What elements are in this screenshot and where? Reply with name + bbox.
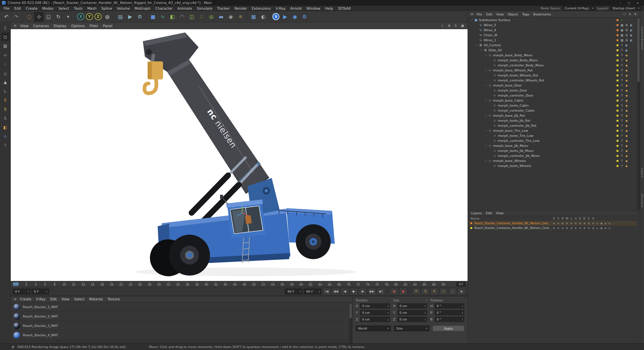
frame-tick[interactable]: 36 <box>185 282 190 287</box>
key-tag-icon[interactable]: ◆ <box>625 159 629 163</box>
coordinate-input[interactable]: 0 cm▴▾ <box>360 317 390 322</box>
menu-select[interactable]: Select <box>56 6 71 10</box>
tree-item[interactable]: ▿⊹morph_base_Wheels∶?◆ <box>468 158 637 163</box>
layer-toggle-a[interactable] <box>574 226 578 230</box>
visibility-dots[interactable]: ∶ <box>614 134 615 137</box>
generators-icon[interactable]: ⊞ <box>603 227 607 230</box>
tree-item[interactable]: ⊹morph_texto_Wheels_Rot∶?◆ <box>468 73 637 78</box>
visibility-dots[interactable]: ∶ <box>614 18 615 22</box>
question-tag-icon[interactable]: ? <box>620 79 624 82</box>
cube-primitive-icon[interactable]: ■ <box>148 12 158 21</box>
visibility-dots[interactable]: ∶ <box>614 89 615 92</box>
material-thumbnail[interactable] <box>13 304 20 310</box>
spinner-icon[interactable]: ▴▾ <box>387 305 388 307</box>
frame-tick[interactable]: 40 <box>204 282 209 287</box>
question-tag-icon[interactable]: ? <box>620 144 624 148</box>
layer-color-chip[interactable] <box>470 222 473 225</box>
go-to-end-button[interactable]: ▶| <box>377 288 385 295</box>
layer-row[interactable]: Reach_Stacker_Container_Handler_NC_Niels… <box>468 221 637 226</box>
expand-caret-icon[interactable]: ▿ <box>479 49 483 52</box>
question-tag-icon[interactable]: ? <box>620 129 624 132</box>
y-axis-lock-button[interactable]: Y <box>86 13 93 20</box>
magnet-snap-icon[interactable]: ∩ <box>1 132 9 140</box>
frame-tick[interactable]: 86 <box>422 282 427 287</box>
workplane-mode-icon[interactable]: ▱ <box>1 51 9 59</box>
menu-structure[interactable]: Structure <box>641 194 644 207</box>
autokeying-icon[interactable]: ● <box>399 288 407 295</box>
frame-tick[interactable]: 6 <box>43 282 48 287</box>
visibility-dots[interactable]: ∶ <box>614 74 615 77</box>
rotate-tool-icon[interactable]: ↻ <box>54 12 63 21</box>
maximize-button[interactable]: ▢ <box>625 1 633 5</box>
vray-logo-icon[interactable]: S <box>272 13 279 20</box>
key-tag-icon[interactable]: ◆ <box>625 124 629 127</box>
layer-color-chip[interactable] <box>616 19 619 21</box>
frame-tick[interactable]: 26 <box>137 282 143 287</box>
frame-tick[interactable]: 62 <box>308 282 313 287</box>
layer-color-chip[interactable] <box>616 79 619 82</box>
question-tag-icon[interactable]: ? <box>620 99 624 102</box>
layer-toggle-a[interactable] <box>574 221 578 226</box>
key-tag-icon[interactable]: ◆ <box>625 149 629 153</box>
layer-color-chip[interactable] <box>616 29 619 32</box>
visibility-dots[interactable]: ∶ <box>614 114 615 117</box>
question-tag-icon[interactable]: ? <box>620 94 624 97</box>
frame-tick[interactable]: 68 <box>336 282 342 287</box>
current-frame-knob[interactable] <box>13 282 19 286</box>
current-frame-field[interactable]: 0 F▴▾ <box>13 289 30 294</box>
expressions-icon[interactable]: ⊟ <box>607 222 611 225</box>
frame-tick[interactable]: 72 <box>356 282 361 287</box>
xpresso-tag-icon[interactable]: ⊞ <box>625 34 629 37</box>
render-view-icon[interactable]: ▤ <box>116 12 125 21</box>
expressions-icon[interactable]: ⊟ <box>607 227 611 230</box>
layer-color-chip[interactable] <box>616 74 619 77</box>
question-tag-icon[interactable]: ? <box>620 119 624 122</box>
frame-tick[interactable]: 8 <box>52 282 57 287</box>
tree-item[interactable]: ⊹morph_texto_Jib_Moov∶?◆ <box>468 148 637 153</box>
help-icon[interactable]: ? <box>1 141 9 150</box>
key-tag-icon[interactable]: ◆ <box>625 114 629 117</box>
frame-tick[interactable]: 48 <box>241 282 247 287</box>
menu-mesh[interactable]: Mesh <box>85 6 99 10</box>
tree-item[interactable]: ▿⊹morph_base_Jib_Rot∶?◆ <box>468 113 637 118</box>
material-scrollbar[interactable] <box>349 302 352 343</box>
check-tag-icon[interactable]: ✓ <box>620 18 624 22</box>
keyframe-icon[interactable]: ◆ <box>599 227 603 230</box>
subdivision-surface-generator-icon[interactable]: ◧ <box>168 12 177 21</box>
spinner-icon[interactable]: ▴▾ <box>300 290 301 293</box>
coordinate-input[interactable]: 0 cm▴▾ <box>360 303 390 308</box>
vray-ipr-icon[interactable]: ◉ <box>290 12 300 21</box>
question-tag-icon[interactable]: ? <box>620 164 624 168</box>
visibility-dots[interactable]: ∶ <box>614 23 615 27</box>
pan-view-icon[interactable]: ⊹ <box>439 23 446 29</box>
layer-color-chip[interactable] <box>616 39 619 42</box>
visibility-dots[interactable]: ∶ <box>614 144 615 148</box>
menu-texture[interactable]: Texture <box>105 297 122 301</box>
snap-state-icon[interactable]: S <box>1 114 9 122</box>
generators-icon[interactable]: ⊞ <box>603 222 607 225</box>
layer-color-chip[interactable] <box>616 124 619 127</box>
frame-tick[interactable]: 60 <box>299 282 304 287</box>
record-parameter-toggle[interactable]: ◇ <box>439 288 447 295</box>
next-key-button[interactable]: ▶▶ <box>368 288 376 295</box>
question-tag-icon[interactable]: ? <box>620 109 624 112</box>
expand-caret-icon[interactable]: ▿ <box>475 44 478 47</box>
frame-tick[interactable]: 74 <box>365 282 370 287</box>
frame-tick[interactable]: 90 <box>441 282 446 287</box>
menu-bookmarks[interactable]: Bookmarks <box>531 12 553 16</box>
render-canvas[interactable]: nc nielsen <box>11 29 468 281</box>
tree-item[interactable]: ⊹morph_controler_Jib_Rot∶?◆ <box>468 123 637 128</box>
xpresso-tag-icon[interactable]: ⊞ <box>625 23 629 27</box>
coordinate-column-header[interactable]: Size▾ <box>393 299 427 302</box>
coordinate-input[interactable]: 0 °▴▾ <box>435 310 464 315</box>
current-frame-indicator[interactable]: 0 F <box>457 282 466 286</box>
material-preview-icon[interactable]: ◐ <box>259 12 268 21</box>
frame-tick[interactable]: 2 <box>23 282 29 287</box>
spinner-icon[interactable]: ▴▾ <box>387 318 388 321</box>
layer-color-chip[interactable] <box>616 84 619 87</box>
key-tag-icon[interactable]: ◆ <box>625 89 629 92</box>
play-button[interactable]: ▶ <box>350 288 358 295</box>
tree-item[interactable]: ⊹morph_controler_Door∶?◆ <box>468 93 637 98</box>
phong-tag-icon[interactable]: ◐ <box>629 34 633 37</box>
key-tag-icon[interactable]: ◆ <box>625 109 629 112</box>
